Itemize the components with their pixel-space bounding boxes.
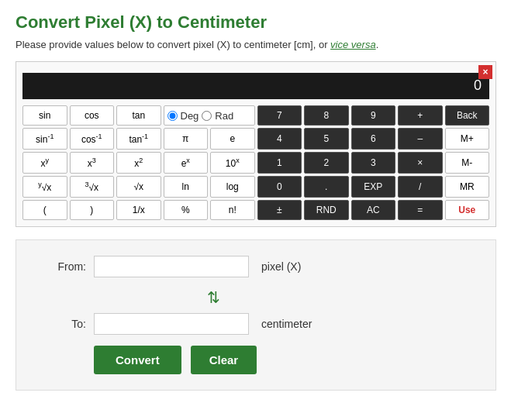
btn-m-plus[interactable]: M+ [445, 128, 490, 150]
btn-ac[interactable]: AC [351, 200, 396, 220]
btn-1[interactable]: 1 [257, 152, 302, 174]
clear-button[interactable]: Clear [191, 346, 257, 374]
rad-label[interactable]: Rad [215, 110, 233, 122]
deg-rad-group: Deg Rad [164, 105, 255, 126]
btn-ex[interactable]: ex [164, 152, 209, 174]
from-row: From: pixel (X) [40, 256, 472, 277]
btn-10x[interactable]: 10x [210, 152, 255, 174]
btn-plusminus[interactable]: ± [257, 200, 302, 220]
btn-4[interactable]: 4 [257, 128, 302, 150]
btn-tan[interactable]: tan [116, 105, 161, 126]
subtitle: Please provide values below to convert p… [16, 39, 495, 50]
btn-cos-inv[interactable]: cos-1 [70, 128, 115, 150]
convert-button[interactable]: Convert [94, 346, 181, 374]
btn-6[interactable]: 6 [351, 128, 396, 150]
btn-close-paren[interactable]: ) [70, 200, 115, 220]
btn-2[interactable]: 2 [304, 152, 349, 174]
rad-radio[interactable] [202, 111, 212, 121]
btn-e[interactable]: e [210, 128, 255, 150]
btn-use[interactable]: Use [445, 200, 490, 220]
btn-pi[interactable]: π [164, 128, 209, 150]
calc-display: 0 [22, 73, 489, 99]
from-unit: pixel (X) [261, 260, 301, 273]
close-button[interactable]: × [478, 65, 492, 79]
btn-factorial[interactable]: n! [210, 200, 255, 220]
btn-mr[interactable]: MR [445, 176, 490, 198]
from-input[interactable] [94, 256, 249, 277]
btn-3rootx[interactable]: 3√x [70, 176, 115, 198]
button-row: Convert Clear [94, 346, 472, 374]
btn-rnd[interactable]: RND [304, 200, 349, 220]
subtitle-text: Please provide values below to convert p… [16, 39, 327, 50]
btn-minus[interactable]: – [398, 128, 443, 150]
btn-sqrt[interactable]: √x [116, 176, 161, 198]
page-title: Convert Pixel (X) to Centimeter [16, 12, 495, 33]
btn-dot[interactable]: . [304, 176, 349, 198]
btn-plus[interactable]: + [398, 105, 443, 126]
btn-9[interactable]: 9 [351, 105, 396, 126]
btn-7[interactable]: 7 [257, 105, 302, 126]
btn-xy[interactable]: xy [22, 152, 67, 174]
to-row: To: centimeter [40, 313, 472, 335]
btn-x2[interactable]: x2 [116, 152, 161, 174]
btn-0[interactable]: 0 [257, 176, 302, 198]
btn-exp[interactable]: EXP [351, 176, 396, 198]
to-label: To: [40, 318, 86, 330]
btn-multiply[interactable]: × [398, 152, 443, 174]
deg-label[interactable]: Deg [181, 110, 199, 122]
btn-sin-inv[interactable]: sin-1 [22, 128, 67, 150]
to-unit: centimeter [261, 318, 312, 330]
deg-radio[interactable] [167, 111, 178, 121]
btn-log[interactable]: log [210, 176, 255, 198]
btn-3[interactable]: 3 [351, 152, 396, 174]
calculator: × 0 sin cos tan Deg Rad 7 8 9 + Back sin… [16, 61, 496, 227]
vice-versa-link[interactable]: vice versa [330, 39, 376, 50]
btn-divide[interactable]: / [398, 176, 443, 198]
btn-m-minus[interactable]: M- [445, 152, 490, 174]
btn-cos[interactable]: cos [70, 105, 115, 126]
btn-yrootx[interactable]: y√x [22, 176, 67, 198]
btn-x3[interactable]: x3 [70, 152, 115, 174]
btn-5[interactable]: 5 [304, 128, 349, 150]
btn-8[interactable]: 8 [304, 105, 349, 126]
swap-icon[interactable]: ⇅ [207, 288, 472, 307]
conversion-section: From: pixel (X) ⇅ To: centimeter Convert… [16, 239, 496, 391]
btn-reciprocal[interactable]: 1/x [116, 200, 161, 220]
btn-percent[interactable]: % [164, 200, 209, 220]
from-label: From: [40, 260, 86, 273]
btn-ln[interactable]: ln [164, 176, 209, 198]
calc-keypad: sin cos tan Deg Rad 7 8 9 + Back sin-1 c… [22, 105, 489, 220]
btn-equals[interactable]: = [398, 200, 443, 220]
btn-sin[interactable]: sin [22, 105, 67, 126]
to-input[interactable] [94, 313, 249, 335]
btn-open-paren[interactable]: ( [22, 200, 67, 220]
btn-tan-inv[interactable]: tan-1 [116, 128, 161, 150]
btn-back[interactable]: Back [445, 105, 490, 126]
